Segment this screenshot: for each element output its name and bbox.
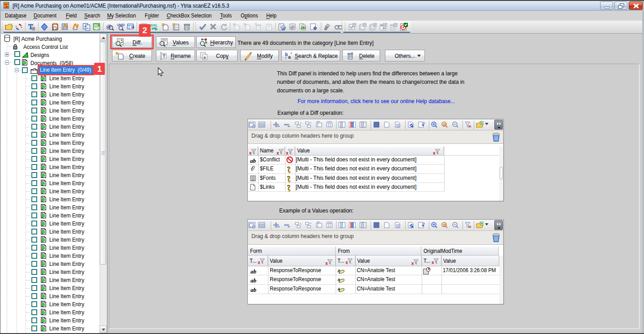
svg-text:@: @ [443, 122, 446, 126]
svg-text:DXL: DXL [151, 23, 158, 27]
svg-text:T: T [268, 25, 271, 29]
svg-text:x: x [277, 151, 279, 155]
svg-text:x: x [433, 151, 436, 155]
svg-text:b: b [285, 52, 288, 57]
svg-text:@: @ [282, 26, 285, 30]
svg-text:x: x [346, 260, 348, 265]
svg-text:@: @ [106, 23, 112, 30]
svg-text:?: ? [287, 165, 291, 173]
svg-text:x: x [286, 151, 289, 155]
svg-text:INI: INI [94, 24, 98, 27]
svg-text:@: @ [443, 223, 446, 227]
svg-text:x: x [325, 261, 328, 265]
svg-text:x: x [411, 261, 414, 265]
svg-text:x: x [258, 260, 260, 265]
svg-text:x: x [432, 260, 434, 265]
svg-text:a: a [288, 55, 291, 60]
svg-text:x: x [249, 151, 252, 155]
svg-text:?: ? [287, 175, 291, 182]
svg-text:@: @ [290, 24, 295, 30]
svg-text:?: ? [287, 184, 291, 191]
